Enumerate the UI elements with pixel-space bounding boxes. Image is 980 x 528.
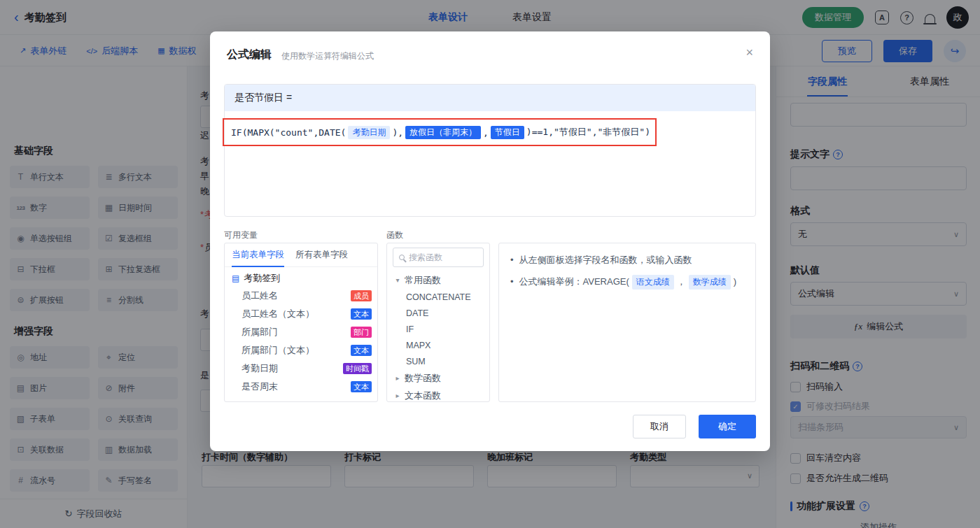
function-item-date[interactable]: DATE — [387, 305, 489, 321]
variables-panel: 当前表单字段 所有表单字段 ▤ 考勤签到 员工姓名成员 员工姓名（文本）文本 所… — [224, 243, 378, 402]
function-item-concatenate[interactable]: CONCATENATE — [387, 289, 489, 305]
variable-name: 员工姓名（文本） — [241, 308, 314, 320]
variable-row[interactable]: 所属部门（文本）文本 — [225, 341, 377, 359]
function-group-label: 数学函数 — [405, 372, 441, 385]
help-text: 从左侧面板选择字段名和函数，或输入函数 — [519, 253, 692, 268]
formula-editor[interactable]: 是否节假日 = — [224, 84, 756, 217]
function-group-math[interactable]: ▸ 数学函数 — [387, 369, 489, 387]
function-item-sum[interactable]: SUM — [387, 353, 489, 369]
formula-help-panel: • 从左侧面板选择字段名和函数，或输入函数 • 公式编辑举例：AVERAGE( … — [498, 243, 756, 402]
function-group-common[interactable]: ▾ 常用函数 — [387, 271, 489, 289]
cancel-button[interactable]: 取消 — [633, 415, 686, 438]
formula-code: , — [483, 127, 489, 138]
variable-name: 员工姓名 — [241, 290, 278, 302]
chevron-right-icon: ▸ — [394, 392, 401, 399]
function-group-text[interactable]: ▸ 文本函数 — [387, 387, 489, 402]
field-chip-holiday[interactable]: 节假日 — [491, 126, 524, 139]
help-example-separator: ， — [677, 275, 686, 290]
field-chip-math-score: 数学成绩 — [689, 275, 731, 290]
form-designer-app: ‹ 考勤签到 表单设计 表单设置 数据管理 A ? 政 ↗ 表单外链 </> 后… — [0, 0, 980, 528]
close-icon[interactable]: × — [746, 45, 753, 60]
function-item-mapx[interactable]: MAPX — [387, 337, 489, 353]
variable-row[interactable]: 员工姓名成员 — [225, 287, 377, 305]
chevron-right-icon: ▸ — [394, 374, 401, 382]
tab-current-form-fields[interactable]: 当前表单字段 — [232, 243, 284, 267]
help-example-prefix: 公式编辑举例：AVERAGE( — [519, 275, 629, 290]
type-tag: 文本 — [351, 345, 372, 356]
help-example-suffix: ) — [734, 275, 736, 290]
document-icon: ▤ — [232, 273, 239, 283]
confirm-button[interactable]: 确定 — [699, 415, 756, 438]
variable-row[interactable]: 是否周末文本 — [225, 378, 377, 396]
chevron-down-icon: ▾ — [394, 276, 401, 284]
function-search-input[interactable] — [409, 252, 479, 262]
variables-label: 可用变量 — [224, 229, 258, 241]
field-chip-chinese-score: 语文成绩 — [632, 275, 674, 290]
variables-root-label: 考勤签到 — [244, 272, 280, 285]
field-chip-attendance-date[interactable]: 考勤日期 — [348, 126, 390, 139]
type-tag: 时间戳 — [343, 363, 372, 374]
type-tag: 文本 — [351, 381, 372, 392]
formula-target: 是否节假日 = — [225, 85, 755, 111]
help-line-2: • 公式编辑举例：AVERAGE( 语文成绩 ， 数学成绩 ) — [510, 275, 744, 290]
bullet-icon: • — [510, 253, 514, 268]
variable-name: 考勤日期 — [241, 362, 278, 375]
function-item-if[interactable]: IF — [387, 321, 489, 337]
formula-code: ), — [392, 127, 403, 138]
help-example: 公式编辑举例：AVERAGE( 语文成绩 ， 数学成绩 ) — [519, 275, 737, 290]
formula-code: )==1,"节假日","非节假日") — [526, 126, 650, 138]
search-icon — [399, 255, 405, 260]
variable-name: 所属部门 — [241, 326, 278, 338]
modal-subtitle: 使用数学运算符编辑公式 — [281, 50, 374, 62]
type-tag: 部门 — [351, 327, 372, 338]
variables-tabs: 当前表单字段 所有表单字段 — [225, 243, 377, 267]
type-tag: 成员 — [351, 290, 372, 301]
function-group-label: 常用函数 — [405, 274, 441, 287]
tab-all-form-fields[interactable]: 所有表单字段 — [295, 243, 348, 267]
function-group-label: 文本函数 — [405, 390, 441, 402]
variable-name: 是否周末 — [241, 380, 278, 393]
type-tag: 文本 — [351, 308, 372, 320]
field-chip-holiday-nonweekend[interactable]: 放假日（非周末） — [405, 126, 481, 139]
variable-row[interactable]: 考勤日期时间戳 — [225, 359, 377, 378]
formula-code: IF(MAPX("count",DATE( — [231, 127, 346, 138]
variables-root-node[interactable]: ▤ 考勤签到 — [225, 267, 377, 287]
function-search-box[interactable] — [393, 248, 484, 267]
help-line-1: • 从左侧面板选择字段名和函数，或输入函数 — [510, 253, 744, 268]
modal-title: 公式编辑 — [227, 48, 272, 62]
variable-row[interactable]: 所属部门部门 — [225, 323, 377, 341]
functions-label: 函数 — [386, 229, 403, 241]
formula-expression[interactable]: IF(MAPX("count",DATE( 考勤日期 ), 放假日（非周末） ,… — [231, 124, 650, 141]
variable-row[interactable]: 员工姓名（文本）文本 — [225, 305, 377, 323]
variable-name: 所属部门（文本） — [241, 344, 314, 357]
functions-panel: ▾ 常用函数 CONCATENATE DATE IF MAPX SUM ▸ 数学… — [386, 243, 490, 402]
formula-edit-modal: 公式编辑 使用数学运算符编辑公式 × 是否节假日 = IF(MAPX("coun… — [210, 31, 770, 451]
bullet-icon: • — [510, 275, 514, 290]
